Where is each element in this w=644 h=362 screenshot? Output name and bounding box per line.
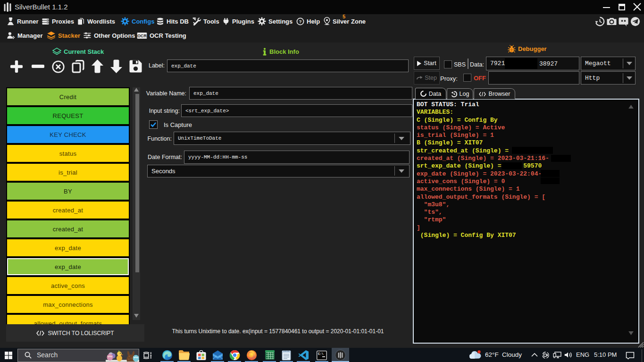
svg-text:OCR: OCR	[137, 33, 147, 38]
svg-text:?: ?	[299, 19, 302, 24]
svg-text:C:\: C:\	[318, 353, 324, 356]
